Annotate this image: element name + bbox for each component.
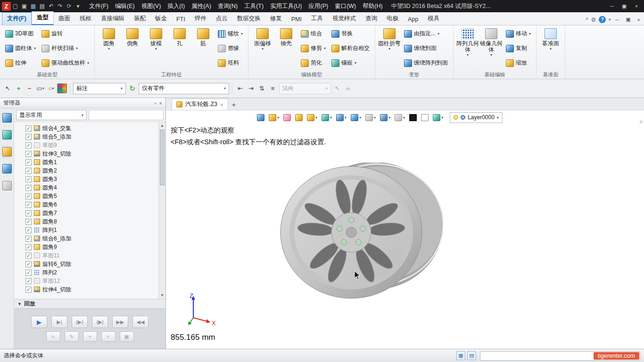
pick-previous-icon[interactable]: ⇤	[235, 83, 245, 93]
ribbon-button[interactable]: 镶嵌 ▾	[329, 56, 372, 70]
ribbon-tab[interactable]: 直接编辑	[96, 13, 129, 25]
checkbox[interactable]: ✓	[25, 176, 32, 182]
menu-item[interactable]: 文件(F)	[86, 0, 112, 12]
appearance-icon[interactable]: ▾	[320, 113, 333, 122]
doc-restore-icon[interactable]: ▣	[624, 16, 632, 23]
filter-select[interactable]: 标注 ▾	[73, 83, 126, 94]
ribbon-tab[interactable]: 查询	[361, 13, 382, 25]
ribbon-tab[interactable]: 模具	[423, 13, 444, 25]
refresh-icon[interactable]: ⟳	[65, 2, 74, 11]
ribbon-tab[interactable]: 视觉样式	[328, 13, 361, 25]
doc-minimize-icon[interactable]: ─	[613, 17, 621, 23]
curve-tool-button[interactable]: ∿	[46, 331, 60, 342]
ribbon-button[interactable]: 复制 ▾	[503, 41, 534, 56]
menu-item[interactable]: 帮助(H)	[359, 0, 386, 12]
menu-item[interactable]: 插入(I)	[164, 0, 188, 12]
minimize-button[interactable]: ─	[606, 2, 618, 10]
edit-tool-button[interactable]: ✎	[65, 331, 79, 342]
manager-search-input[interactable]	[89, 110, 164, 120]
ribbon-tab[interactable]: 造型	[32, 11, 54, 25]
tree-item[interactable]: ✓ 圆角9	[25, 243, 158, 251]
ribbon-tab[interactable]: 修复	[265, 13, 287, 25]
checkbox[interactable]: ✓	[25, 168, 32, 174]
checkbox[interactable]: ✓	[25, 185, 32, 191]
part-manager-icon[interactable]	[2, 147, 12, 156]
ribbon-button[interactable]: 由指定... ▾	[401, 26, 451, 41]
app-logo-icon[interactable]: Z	[2, 2, 11, 11]
state-tool-button[interactable]: ▣	[120, 331, 134, 342]
menu-item[interactable]: 属性(A)	[188, 0, 215, 12]
remove-pick-icon[interactable]: − ▾	[25, 83, 34, 93]
regen-swirl-icon[interactable]: ↻	[127, 83, 137, 93]
new-file-icon[interactable]: ▢	[11, 2, 20, 11]
render-mode-icon[interactable]: ▾	[305, 113, 319, 122]
ribbon-button[interactable]: 解析自相交 ▾	[329, 41, 372, 56]
float-panel-icon[interactable]: ▫	[155, 100, 157, 106]
snap-icon[interactable]: ▾	[364, 113, 377, 122]
checkbox[interactable]: ✓	[25, 261, 32, 267]
ribbon-button[interactable]: 面偏移 ▾	[251, 26, 274, 72]
ribbon-tab[interactable]: 曲面	[54, 13, 75, 25]
document-tab[interactable]: 汽车轮毂.Z3 ×	[172, 99, 228, 110]
pick-scope-select[interactable]: 仅有零件 ▾	[139, 83, 229, 94]
tree-item[interactable]: ✓ 圆角4	[25, 183, 158, 192]
checkbox[interactable]: ✓	[25, 219, 32, 225]
face-color-icon[interactable]: ▾	[420, 113, 430, 122]
scene-background-icon[interactable]: ▾	[393, 113, 406, 122]
plane-display-icon[interactable]: ▾	[379, 113, 392, 122]
last-view-icon[interactable]: ▾	[256, 113, 266, 122]
tree-item[interactable]: ✓ 草图12	[25, 277, 158, 285]
tree-scrollbar[interactable]: ▲ ▼	[158, 122, 165, 299]
ribbon-button[interactable]: 修剪 ▾	[298, 41, 329, 56]
ribbon-button[interactable]: 阵列几何体 ▾	[456, 26, 479, 72]
chain-pick-icon[interactable]: ∞	[343, 83, 353, 93]
ribbon-button[interactable]: 圆柱体 ▾	[2, 41, 39, 56]
close-button[interactable]: ×	[631, 2, 642, 10]
menu-item[interactable]: 应用(P)	[305, 0, 331, 12]
list-filter-icon[interactable]: ≡	[268, 83, 278, 93]
tree-item[interactable]: ✓ 草图9	[25, 141, 158, 149]
ribbon-tab[interactable]: App	[403, 14, 423, 25]
menu-item[interactable]: 查询(N)	[215, 0, 241, 12]
ribbon-tab[interactable]: FTI	[172, 14, 190, 25]
pick-tool-button[interactable]: ⌖	[83, 331, 97, 342]
tree-item[interactable]: ✓ 组合4_交集	[25, 124, 158, 132]
tree-item[interactable]: ✓ 阵列1	[25, 226, 158, 234]
pick-next-icon[interactable]: ⇥	[246, 83, 256, 93]
ribbon-tab[interactable]: 点云	[211, 13, 232, 25]
ribbon-button[interactable]: 孔 ▾	[168, 26, 191, 72]
ribbon-tab[interactable]: 线框	[75, 13, 96, 25]
ribbon-button[interactable]: 杆状扫描 ▾	[39, 41, 92, 56]
wheel-model[interactable]	[264, 163, 443, 309]
help-icon[interactable]: ?	[599, 16, 606, 23]
ribbon-button[interactable]: 唇缘 ▾	[215, 41, 246, 56]
checkbox[interactable]: ✓	[25, 142, 32, 148]
tree-item[interactable]: ✓ 圆角7	[25, 209, 158, 217]
close-tab-icon[interactable]: ×	[220, 102, 223, 107]
checkbox[interactable]: ✓	[25, 253, 32, 259]
checkbox[interactable]: ✓	[25, 202, 32, 208]
ribbon-tab[interactable]: 数据交换	[232, 13, 265, 25]
tree-item[interactable]: ✓ 拉伸4_切除	[25, 285, 158, 294]
checkbox[interactable]: ✓	[25, 193, 32, 199]
checkbox[interactable]: ✓	[25, 210, 32, 216]
scrollbar-thumb[interactable]	[160, 130, 165, 185]
ribbon-button[interactable]: 拔模 ▾	[144, 26, 168, 72]
collapse-ribbon-icon[interactable]: ^	[586, 16, 588, 23]
ribbon-button[interactable]: 基准面 ▾	[539, 26, 562, 72]
layer-select[interactable]: Layer0000 ▾	[450, 112, 503, 123]
scroll-up-icon[interactable]: ▲	[159, 122, 165, 129]
sort-order-icon[interactable]: ⇅	[257, 83, 267, 93]
ribbon-button[interactable]: 拉伸 ▾	[2, 56, 39, 70]
user-manager-icon[interactable]	[2, 181, 12, 190]
open-file-icon[interactable]: ▣	[20, 2, 29, 11]
undo-icon[interactable]: ↶	[47, 2, 56, 11]
ribbon-button[interactable]: 3D草图 ▾	[2, 26, 39, 41]
checkbox[interactable]: ✓	[25, 270, 32, 276]
ribbon-button[interactable]: 移动 ▾	[503, 26, 534, 41]
ribbon-button[interactable]: 圆柱折弯 ▾	[378, 26, 401, 72]
face-display-icon[interactable]: ▾	[335, 113, 348, 122]
print-icon[interactable]: ▤	[38, 2, 47, 11]
checkbox[interactable]: ✓	[25, 287, 32, 293]
checkbox[interactable]: ✓	[25, 134, 32, 140]
